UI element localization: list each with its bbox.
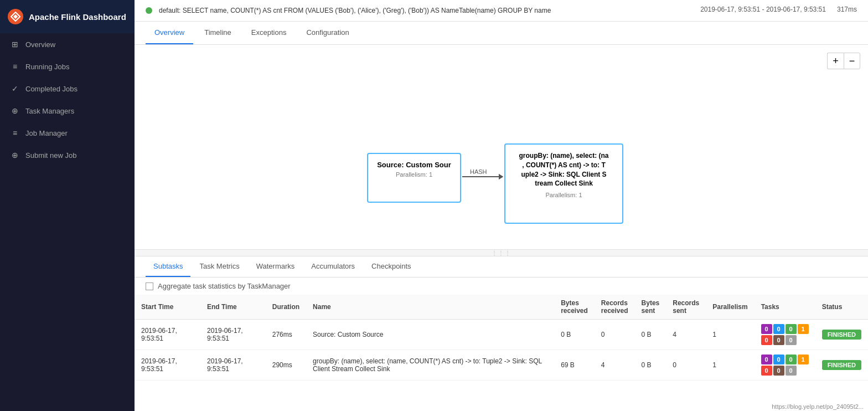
app-title: Apache Flink Dashboard xyxy=(29,12,126,22)
submit-job-icon: ⊕ xyxy=(10,151,20,160)
col-end-time: End Time xyxy=(200,295,266,320)
col-records-sent: Recordssent xyxy=(666,295,706,320)
dag-node-source[interactable]: Source: Custom Sour Parallelism: 1 xyxy=(367,153,461,203)
cell-row1-col6: 0 B xyxy=(635,350,666,381)
sidebar-item-job-manager[interactable]: ≡ Job Manager xyxy=(0,122,135,144)
table-row: 2019-06-17, 9:53:512019-06-17, 9:53:5129… xyxy=(135,350,868,381)
cell-row1-col2: 290ms xyxy=(266,350,306,381)
cell-row1-col5: 4 xyxy=(595,350,635,381)
cell-row1-status: FINISHED xyxy=(815,350,868,381)
sidebar-header: Apache Flink Dashboard xyxy=(0,0,135,33)
cell-row1-col3: groupBy: (name), select: (name, COUNT(*)… xyxy=(306,350,554,381)
sidebar: Apache Flink Dashboard ⊞ Overview ≡ Runn… xyxy=(0,0,135,411)
cell-row0-col7: 4 xyxy=(666,320,706,350)
col-bytes-sent: Bytessent xyxy=(635,295,666,320)
arrow-line xyxy=(462,176,500,177)
tab-configuration[interactable]: Configuration xyxy=(297,22,358,44)
dag-canvas: Source: Custom Sour Parallelism: 1 HASH … xyxy=(135,45,868,249)
col-bytes-received: Bytesreceived xyxy=(554,295,595,320)
zoom-controls: + − xyxy=(827,53,860,69)
tab-timeline[interactable]: Timeline xyxy=(195,22,240,44)
sub-tab-subtasks[interactable]: Subtasks xyxy=(146,256,190,277)
sidebar-item-label: Submit new Job xyxy=(25,151,77,160)
app-logo xyxy=(8,9,23,24)
sidebar-item-completed-jobs[interactable]: ✓ Completed Jobs xyxy=(0,78,135,100)
sidebar-item-task-managers[interactable]: ⊕ Task Managers xyxy=(0,100,135,122)
dag-node-sink-title: groupBy: (name), select: (na, COUNT(*) A… xyxy=(511,151,617,188)
col-name: Name xyxy=(306,295,554,320)
cell-row1-col1: 2019-06-17, 9:53:51 xyxy=(200,350,266,381)
sidebar-item-submit-job[interactable]: ⊕ Submit new Job xyxy=(0,144,135,166)
table-header-row: Start Time End Time Duration Name Bytesr… xyxy=(135,295,868,320)
cell-row1-col0: 2019-06-17, 9:53:51 xyxy=(135,350,200,381)
main-panel: default: SELECT name, COUNT(*) AS cnt FR… xyxy=(135,0,868,411)
zoom-in-button[interactable]: + xyxy=(827,53,844,69)
col-records-received: Recordsreceived xyxy=(595,295,635,320)
job-header: default: SELECT name, COUNT(*) AS cnt FR… xyxy=(135,0,868,22)
cell-row0-status: FINISHED xyxy=(815,320,868,350)
running-jobs-icon: ≡ xyxy=(10,62,20,71)
sub-tab-accumulators[interactable]: Accumulators xyxy=(303,256,363,277)
sidebar-item-label: Completed Jobs xyxy=(25,85,78,93)
dag-node-source-parallelism: Parallelism: 1 xyxy=(374,171,454,178)
aggregate-row: Aggregate task statistics by TaskManager xyxy=(135,278,868,295)
arrowhead xyxy=(499,174,503,179)
col-start-time: Start Time xyxy=(135,295,200,320)
sidebar-item-label: Overview xyxy=(25,40,55,49)
sub-tabs: Subtasks Task Metrics Watermarks Accumul… xyxy=(135,256,868,278)
drag-handle[interactable]: ⋮⋮⋮ xyxy=(135,249,868,256)
task-managers-icon: ⊕ xyxy=(10,106,20,115)
tab-exceptions[interactable]: Exceptions xyxy=(242,22,296,44)
zoom-out-button[interactable]: − xyxy=(844,53,860,69)
aggregate-checkbox[interactable] xyxy=(146,282,153,290)
sub-tab-watermarks[interactable]: Watermarks xyxy=(249,256,303,277)
dag-node-source-title: Source: Custom Sour xyxy=(374,161,454,169)
sidebar-item-overview[interactable]: ⊞ Overview xyxy=(0,33,135,55)
cell-row1-col4: 69 B xyxy=(554,350,595,381)
completed-jobs-icon: ✓ xyxy=(10,84,20,93)
job-meta: 2019-06-17, 9:53:51 - 2019-06-17, 9:53:5… xyxy=(700,6,857,13)
cell-row0-col3: Source: Custom Source xyxy=(306,320,554,350)
cell-row1-col7: 0 xyxy=(666,350,706,381)
cell-row0-tasks: 0001000 xyxy=(755,320,815,350)
dag-node-sink[interactable]: groupBy: (name), select: (na, COUNT(*) A… xyxy=(504,143,623,224)
cell-row1-col8: 1 xyxy=(706,350,754,381)
table-container: Start Time End Time Duration Name Bytesr… xyxy=(135,295,868,411)
sidebar-item-label: Task Managers xyxy=(25,107,74,115)
job-time-range: 2019-06-17, 9:53:51 - 2019-06-17, 9:53:5… xyxy=(700,6,826,13)
dag-edge-label: HASH xyxy=(470,168,487,175)
dag-area: Source: Custom Sour Parallelism: 1 HASH … xyxy=(135,45,868,249)
cell-row0-col5: 0 xyxy=(595,320,635,350)
sidebar-nav: ⊞ Overview ≡ Running Jobs ✓ Completed Jo… xyxy=(0,33,135,166)
cell-row0-col8: 1 xyxy=(706,320,754,350)
bottom-panel: Subtasks Task Metrics Watermarks Accumul… xyxy=(135,256,868,411)
subtasks-table: Start Time End Time Duration Name Bytesr… xyxy=(135,295,868,381)
col-parallelism: Parallelism xyxy=(706,295,754,320)
col-status: Status xyxy=(815,295,868,320)
job-duration: 317ms xyxy=(837,6,857,13)
tab-overview[interactable]: Overview xyxy=(146,22,193,44)
job-header-left: default: SELECT name, COUNT(*) AS cnt FR… xyxy=(146,6,551,16)
cell-row0-col6: 0 B xyxy=(635,320,666,350)
dag-edge: HASH xyxy=(462,176,500,177)
sub-tab-task-metrics[interactable]: Task Metrics xyxy=(192,256,247,277)
table-row: 2019-06-17, 9:53:512019-06-17, 9:53:5127… xyxy=(135,320,868,350)
col-duration: Duration xyxy=(266,295,306,320)
cell-row0-col4: 0 B xyxy=(554,320,595,350)
sub-tab-checkpoints[interactable]: Checkpoints xyxy=(364,256,419,277)
cell-row0-col1: 2019-06-17, 9:53:51 xyxy=(200,320,266,350)
overview-icon: ⊞ xyxy=(10,40,20,49)
job-manager-icon: ≡ xyxy=(10,129,20,137)
cell-row0-col2: 276ms xyxy=(266,320,306,350)
main-tabs: Overview Timeline Exceptions Configurati… xyxy=(135,22,868,45)
svg-marker-1 xyxy=(13,14,18,19)
job-status-indicator xyxy=(146,7,152,14)
cell-row0-col0: 2019-06-17, 9:53:51 xyxy=(135,320,200,350)
sidebar-item-label: Running Jobs xyxy=(25,63,70,71)
sidebar-item-running-jobs[interactable]: ≡ Running Jobs xyxy=(0,55,135,78)
cell-row1-tasks: 0001000 xyxy=(755,350,815,381)
aggregate-label: Aggregate task statistics by TaskManager xyxy=(158,282,291,290)
dag-node-sink-parallelism: Parallelism: 1 xyxy=(511,192,617,198)
job-query: default: SELECT name, COUNT(*) AS cnt FR… xyxy=(159,6,551,16)
sidebar-item-label: Job Manager xyxy=(25,129,68,137)
